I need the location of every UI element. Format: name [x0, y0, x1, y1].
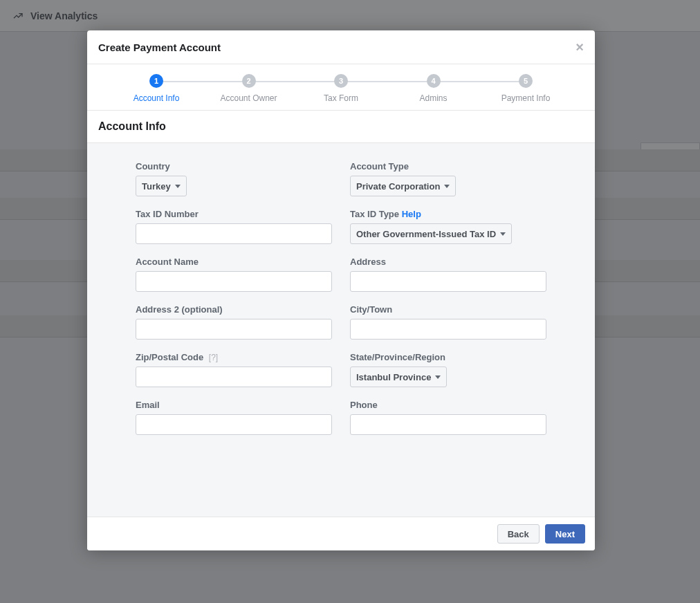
zip-label: Zip/Postal Code [?]: [136, 352, 332, 362]
step-number: 4: [427, 74, 441, 88]
field-account-name: Account Name: [136, 257, 332, 292]
state-value: Istanbul Province: [356, 372, 431, 382]
field-phone: Phone: [350, 400, 546, 435]
country-value: Turkey: [142, 181, 171, 192]
tax-id-number-input[interactable]: [136, 223, 332, 244]
account-type-select[interactable]: Private Corporation: [350, 176, 456, 196]
city-label: City/Town: [350, 304, 546, 315]
step-admins[interactable]: 4 Admins: [392, 74, 475, 103]
field-address2: Address 2 (optional): [136, 304, 332, 340]
modal-footer: Back Next: [87, 517, 595, 550]
tax-id-type-label: Tax ID Type Help: [350, 209, 546, 219]
state-label: State/Province/Region: [350, 352, 546, 362]
step-label: Account Owner: [220, 93, 277, 103]
account-type-value: Private Corporation: [356, 181, 440, 192]
step-payment-info[interactable]: 5 Payment Info: [484, 74, 567, 103]
modal-title: Create Payment Account: [98, 41, 221, 53]
field-address: Address: [350, 257, 546, 292]
tax-id-number-label: Tax ID Number: [136, 209, 332, 219]
email-input[interactable]: [136, 414, 332, 435]
field-tax-id-number: Tax ID Number: [136, 209, 332, 244]
step-label: Account Info: [133, 93, 180, 103]
step-account-owner[interactable]: 2 Account Owner: [208, 74, 291, 103]
city-input[interactable]: [350, 319, 546, 340]
field-tax-id-type: Tax ID Type Help Other Government-Issued…: [350, 209, 546, 244]
step-tax-form[interactable]: 3 Tax Form: [300, 74, 383, 103]
step-number: 1: [149, 74, 163, 88]
create-payment-account-modal: Create Payment Account × 1 Account Info …: [87, 30, 595, 550]
chevron-down-icon: [500, 232, 506, 236]
country-select[interactable]: Turkey: [136, 176, 187, 196]
step-number: 3: [334, 74, 348, 88]
modal-header: Create Payment Account ×: [87, 30, 595, 64]
field-email: Email: [136, 400, 332, 435]
account-name-input[interactable]: [136, 271, 332, 292]
tax-id-type-label-text: Tax ID Type: [350, 209, 399, 219]
zip-help-icon[interactable]: [?]: [209, 353, 218, 362]
next-button[interactable]: Next: [545, 524, 585, 544]
field-zip: Zip/Postal Code [?]: [136, 352, 332, 387]
back-button[interactable]: Back: [497, 524, 540, 544]
address-input[interactable]: [350, 271, 546, 292]
section-title: Account Info: [87, 111, 595, 143]
tax-id-type-help-link[interactable]: Help: [402, 209, 421, 219]
step-number: 2: [242, 74, 256, 88]
chevron-down-icon: [444, 185, 450, 188]
step-account-info[interactable]: 1 Account Info: [115, 74, 198, 103]
step-label: Admins: [419, 93, 447, 103]
step-label: Tax Form: [324, 93, 358, 103]
account-type-label: Account Type: [350, 161, 546, 171]
step-number: 5: [519, 74, 533, 88]
address-label: Address: [350, 257, 546, 267]
field-country: Country Turkey: [136, 161, 332, 196]
form-area: Country Turkey Account Type Private Corp…: [87, 143, 595, 517]
phone-input[interactable]: [350, 414, 546, 435]
zip-label-text: Zip/Postal Code: [136, 352, 203, 362]
address2-input[interactable]: [136, 319, 332, 340]
chevron-down-icon: [175, 185, 181, 188]
tax-id-type-value: Other Government-Issued Tax ID: [356, 229, 496, 239]
step-label: Payment Info: [501, 93, 551, 103]
state-select[interactable]: Istanbul Province: [350, 367, 447, 387]
zip-input[interactable]: [136, 367, 332, 387]
address2-label: Address 2 (optional): [136, 304, 332, 315]
phone-label: Phone: [350, 400, 546, 410]
email-label: Email: [136, 400, 332, 410]
close-icon[interactable]: ×: [575, 40, 584, 54]
account-name-label: Account Name: [136, 257, 332, 267]
chevron-down-icon: [435, 375, 441, 379]
stepper: 1 Account Info 2 Account Owner 3 Tax For…: [87, 64, 595, 111]
tax-id-type-select[interactable]: Other Government-Issued Tax ID: [350, 223, 512, 244]
field-account-type: Account Type Private Corporation: [350, 161, 546, 196]
field-state: State/Province/Region Istanbul Province: [350, 352, 546, 387]
field-city: City/Town: [350, 304, 546, 340]
country-label: Country: [136, 161, 332, 171]
